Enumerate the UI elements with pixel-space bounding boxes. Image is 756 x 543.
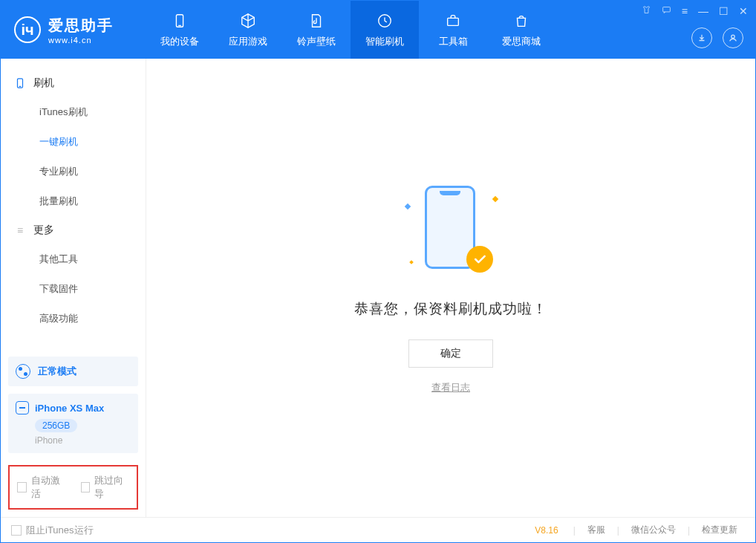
feedback-icon[interactable] (662, 5, 671, 17)
device-card[interactable]: iPhone XS Max 256GB iPhone (8, 394, 138, 453)
nav-apps-games[interactable]: 应用游戏 (214, 1, 282, 59)
device-capacity-badge: 256GB (35, 419, 77, 432)
nav-ringtone-wallpaper[interactable]: 铃声壁纸 (282, 1, 351, 59)
svg-rect-2 (448, 18, 459, 25)
music-file-icon (307, 11, 326, 30)
app-name-en: www.i4.cn (48, 36, 114, 45)
version-label: V8.16 (535, 525, 558, 536)
refresh-icon (375, 11, 394, 30)
sidebar-bottom: 正常模式 iPhone XS Max 256GB iPhone (1, 357, 146, 461)
logo-icon: iч (14, 16, 41, 43)
nav-label: 铃声壁纸 (297, 35, 336, 48)
sidebar-item-batch-flash[interactable]: 批量刷机 (1, 186, 146, 216)
menu-icon[interactable]: ≡ (682, 5, 688, 17)
confirm-button[interactable]: 确定 (408, 339, 493, 368)
main-content: 恭喜您，保资料刷机成功啦！ 确定 查看日志 (146, 59, 755, 517)
app-name-cn: 爱思助手 (48, 16, 114, 36)
maximize-button[interactable]: ☐ (719, 5, 729, 17)
checkbox-label: 阻止iTunes运行 (26, 524, 94, 537)
shirt-icon[interactable] (642, 5, 651, 17)
success-illustration (403, 182, 499, 279)
check-icon (472, 252, 487, 267)
nav-smart-flash[interactable]: 智能刷机 (351, 1, 419, 59)
mode-icon (16, 364, 30, 379)
minimize-button[interactable]: — (698, 5, 708, 17)
footer: 阻止iTunes运行 V8.16 | 客服 | 微信公众号 | 检查更新 (1, 517, 755, 542)
nav-store[interactable]: 爱思商城 (487, 1, 555, 59)
checkbox-label: 自动激活 (31, 474, 66, 501)
nav-toolbox[interactable]: 工具箱 (419, 1, 487, 59)
checkbox-icon (81, 482, 91, 492)
app-window: iч 爱思助手 www.i4.cn 我的设备 应用游戏 铃声壁纸 智能刷机 (0, 0, 756, 543)
highlighted-checkbox-row: 自动激活 跳过向导 (8, 465, 138, 510)
footer-right: V8.16 | 客服 | 微信公众号 | 检查更新 (535, 524, 745, 536)
download-button[interactable] (691, 27, 712, 48)
header: iч 爱思助手 www.i4.cn 我的设备 应用游戏 铃声壁纸 智能刷机 (1, 1, 755, 59)
sidebar-item-oneclick-flash[interactable]: 一键刷机 (1, 127, 146, 157)
nav-label: 工具箱 (439, 35, 468, 48)
svg-point-4 (731, 35, 734, 38)
cube-icon (238, 11, 258, 30)
checkbox-block-itunes[interactable]: 阻止iTunes运行 (11, 524, 94, 537)
sidebar-item-itunes-flash[interactable]: iTunes刷机 (1, 97, 146, 127)
nav-label: 智能刷机 (365, 35, 404, 48)
sidebar-item-download-firmware[interactable]: 下载固件 (1, 274, 146, 304)
phone-icon (14, 77, 26, 89)
sidebar-item-pro-flash[interactable]: 专业刷机 (1, 157, 146, 186)
sidebar-item-other-tools[interactable]: 其他工具 (1, 244, 146, 274)
bag-icon (512, 11, 531, 30)
success-check-badge (466, 246, 493, 273)
checkbox-icon (11, 525, 22, 536)
checkbox-skip-guide[interactable]: 跳过向导 (81, 474, 130, 501)
mode-label: 正常模式 (38, 365, 76, 378)
footer-link-wechat[interactable]: 微信公众号 (624, 524, 683, 536)
window-controls: ≡ — ☐ ✕ (642, 5, 748, 17)
logo-text: 爱思助手 www.i4.cn (48, 16, 114, 45)
success-message: 恭喜您，保资料刷机成功啦！ (354, 299, 547, 319)
nav-my-device[interactable]: 我的设备 (146, 1, 214, 59)
nav-label: 应用游戏 (229, 35, 267, 48)
body: 刷机 iTunes刷机 一键刷机 专业刷机 批量刷机 ≡ 更多 其他工具 下载固… (1, 59, 755, 517)
mode-card[interactable]: 正常模式 (8, 357, 138, 386)
sparkle-icon (409, 260, 414, 264)
footer-link-service[interactable]: 客服 (580, 524, 613, 536)
sparkle-icon (492, 195, 498, 201)
sidebar-group-flash[interactable]: 刷机 (1, 69, 146, 97)
device-type: iPhone (35, 435, 131, 446)
group-title: 刷机 (33, 77, 54, 90)
device-icon-small (16, 401, 29, 414)
checkbox-icon (17, 482, 27, 492)
device-icon (170, 11, 189, 30)
nav-bar: 我的设备 应用游戏 铃声壁纸 智能刷机 工具箱 爱思商城 (146, 1, 555, 59)
sidebar-scroll: 刷机 iTunes刷机 一键刷机 专业刷机 批量刷机 ≡ 更多 其他工具 下载固… (1, 59, 146, 357)
nav-label: 爱思商城 (502, 35, 541, 48)
list-icon: ≡ (14, 224, 26, 236)
checkbox-label: 跳过向导 (94, 474, 129, 501)
sidebar: 刷机 iTunes刷机 一键刷机 专业刷机 批量刷机 ≡ 更多 其他工具 下载固… (1, 59, 146, 517)
device-name: iPhone XS Max (35, 403, 104, 414)
svg-rect-3 (662, 7, 670, 12)
nav-label: 我的设备 (160, 35, 199, 48)
footer-left: 阻止iTunes运行 (11, 524, 94, 537)
group-title: 更多 (33, 224, 54, 237)
footer-link-update[interactable]: 检查更新 (694, 524, 745, 536)
sidebar-group-more[interactable]: ≡ 更多 (1, 216, 146, 244)
header-actions (691, 27, 743, 48)
logo-area: iч 爱思助手 www.i4.cn (1, 16, 146, 45)
view-log-link[interactable]: 查看日志 (431, 381, 470, 394)
checkbox-auto-activate[interactable]: 自动激活 (17, 474, 66, 501)
close-button[interactable]: ✕ (739, 5, 748, 17)
sparkle-icon (405, 203, 411, 209)
briefcase-icon (443, 11, 463, 30)
sidebar-item-advanced[interactable]: 高级功能 (1, 304, 146, 334)
user-button[interactable] (723, 27, 743, 48)
